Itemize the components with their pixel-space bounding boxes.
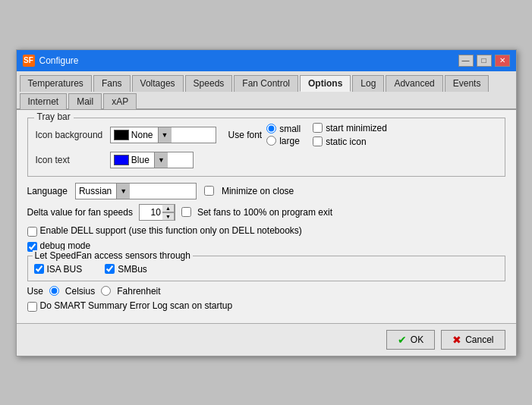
icon-text-select[interactable]: Blue ▼ [110, 152, 194, 168]
isa-bus-row: ISA BUS [34, 264, 83, 275]
delta-spinbox[interactable]: ▲ ▼ [139, 204, 175, 221]
speedfan-access-group: Let SpeedFan access sensors through ISA … [27, 256, 505, 281]
debug-mode-label[interactable]: debug mode [40, 240, 91, 251]
language-select[interactable]: Russian ▼ [75, 183, 197, 199]
small-radio-row: small [266, 124, 301, 134]
dell-support-row[interactable]: Enable DELL support (use this function o… [27, 225, 505, 237]
titlebar-controls: — □ ✕ [458, 55, 510, 67]
icon-background-select[interactable]: None ▼ [110, 127, 216, 143]
titlebar-left: SF Configure [23, 55, 79, 67]
font-size-radio-group: small large [266, 124, 301, 146]
tab-fans[interactable]: Fans [93, 75, 131, 92]
tab-fan-control[interactable]: Fan Control [234, 75, 298, 92]
icon-background-arrow[interactable]: ▼ [158, 127, 172, 143]
font-group: Use font small large [228, 123, 387, 147]
language-arrow[interactable]: ▼ [116, 184, 130, 199]
app-icon: SF [23, 55, 35, 67]
configure-window: SF Configure — □ ✕ Temperatures Fans Vol… [16, 49, 517, 356]
smbus-label[interactable]: SMBus [118, 264, 147, 275]
delta-input[interactable] [140, 206, 162, 218]
spinbox-up-button[interactable]: ▲ [162, 204, 175, 212]
tab-mail[interactable]: Mail [68, 93, 102, 109]
smbus-row: SMBus [105, 264, 147, 275]
small-label[interactable]: small [279, 124, 301, 134]
access-checks: ISA BUS SMBus [34, 264, 499, 275]
tab-options[interactable]: Options [300, 75, 351, 92]
dell-support-checkbox[interactable] [27, 227, 37, 237]
smart-checkbox[interactable] [27, 302, 37, 312]
window-title: Configure [39, 55, 79, 66]
delta-row: Delta value for fan speeds ▲ ▼ Set fans … [27, 204, 505, 221]
start-minimized-row: start minimized [313, 123, 387, 133]
icon-text-label: Icon text [36, 155, 104, 165]
language-row: Language Russian ▼ Minimize on close [27, 183, 505, 199]
tab-log[interactable]: Log [352, 75, 384, 92]
ok-icon: ✔ [398, 334, 407, 346]
use-font-label: Use font [228, 130, 263, 140]
isa-bus-checkbox[interactable] [34, 264, 44, 274]
small-radio[interactable] [266, 124, 276, 133]
tab-voltages[interactable]: Voltages [132, 75, 184, 92]
static-icon-row: static icon [313, 137, 387, 147]
tab-temperatures[interactable]: Temperatures [20, 75, 92, 92]
tray-options-check-group: start minimized static icon [313, 123, 387, 147]
access-group-title: Let SpeedFan access sensors through [33, 250, 193, 261]
cancel-button[interactable]: ✖ Cancel [441, 330, 505, 350]
start-minimized-checkbox[interactable] [313, 123, 323, 133]
tab-advanced[interactable]: Advanced [386, 75, 442, 92]
celsius-label[interactable]: Celsius [65, 286, 95, 297]
celsius-radio[interactable] [49, 286, 59, 296]
tray-bar-group: Tray bar Icon background None ▼ Use font… [27, 118, 505, 177]
tab-events[interactable]: Events [445, 75, 490, 92]
icon-background-value: None [131, 130, 153, 140]
spinbox-down-button[interactable]: ▼ [162, 212, 175, 221]
ok-button[interactable]: ✔ OK [386, 330, 435, 350]
icon-text-value: Blue [131, 155, 150, 165]
close-button[interactable]: ✕ [495, 55, 510, 67]
fahrenheit-radio[interactable] [101, 286, 111, 296]
minimize-on-close-label[interactable]: Minimize on close [222, 186, 294, 196]
fahrenheit-label[interactable]: Fahrenheit [117, 286, 160, 297]
color-swatch-blue [114, 155, 129, 165]
temperature-unit-row: Use Celsius Fahrenheit [27, 286, 505, 297]
large-radio[interactable] [266, 136, 276, 146]
maximize-button[interactable]: □ [477, 55, 492, 67]
icon-background-label: Icon background [36, 130, 104, 140]
delta-label: Delta value for fan speeds [27, 207, 133, 218]
minimize-on-close-checkbox[interactable] [204, 186, 214, 196]
tray-bar-title: Tray bar [34, 111, 74, 122]
language-label: Language [27, 186, 68, 196]
isa-bus-label[interactable]: ISA BUS [47, 264, 83, 275]
dell-support-label[interactable]: Enable DELL support (use this function o… [40, 225, 302, 236]
cancel-icon: ✖ [452, 334, 461, 346]
smart-row[interactable]: Do SMART Summary Error Log scan on start… [27, 300, 505, 312]
set-fans-label[interactable]: Set fans to 100% on program exit [197, 207, 332, 218]
smbus-checkbox[interactable] [105, 264, 115, 274]
options-content: Tray bar Icon background None ▼ Use font… [17, 110, 516, 323]
color-swatch-black [114, 130, 129, 140]
icon-text-row: Icon text Blue ▼ [36, 152, 497, 168]
spinbox-buttons: ▲ ▼ [162, 204, 175, 221]
tab-bar: Temperatures Fans Voltages Speeds Fan Co… [17, 71, 516, 110]
minimize-button[interactable]: — [458, 55, 474, 67]
icon-background-row: Icon background None ▼ Use font small [36, 123, 497, 147]
footer: ✔ OK ✖ Cancel [17, 323, 516, 356]
language-value: Russian [79, 186, 112, 196]
icon-text-arrow[interactable]: ▼ [154, 152, 168, 168]
large-label[interactable]: large [279, 136, 300, 146]
use-label: Use [27, 286, 43, 297]
cancel-label: Cancel [465, 334, 493, 345]
tab-speeds[interactable]: Speeds [185, 75, 233, 92]
tab-xap[interactable]: xAP [103, 93, 137, 109]
set-fans-checkbox[interactable] [181, 207, 191, 217]
titlebar: SF Configure — □ ✕ [17, 50, 516, 71]
tab-internet[interactable]: Internet [20, 93, 68, 109]
start-minimized-label[interactable]: start minimized [326, 123, 387, 133]
smart-label[interactable]: Do SMART Summary Error Log scan on start… [40, 300, 233, 311]
large-radio-row: large [266, 136, 301, 146]
static-icon-checkbox[interactable] [313, 137, 323, 146]
ok-label: OK [411, 334, 423, 345]
static-icon-label[interactable]: static icon [326, 137, 366, 147]
